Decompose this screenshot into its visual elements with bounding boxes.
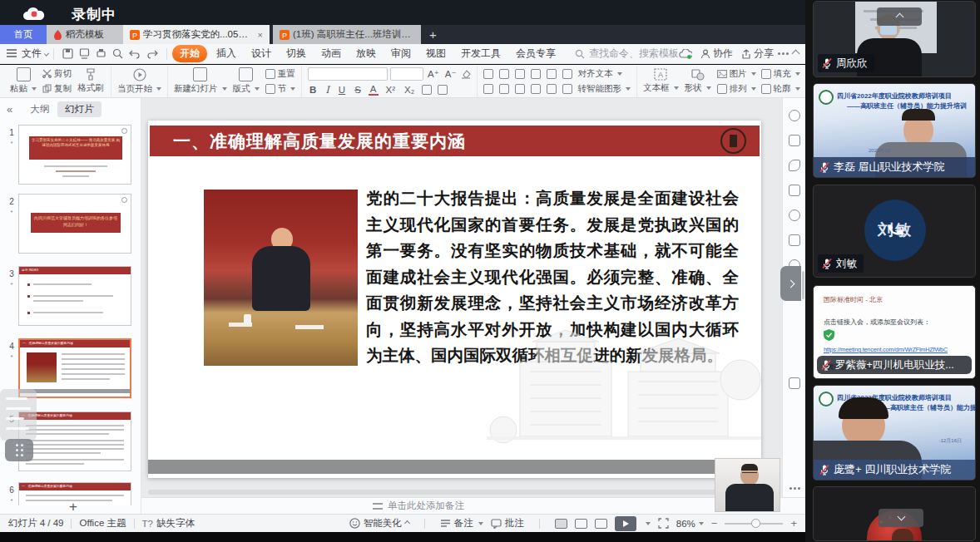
shapes-button[interactable]: 形状 (684, 68, 712, 94)
textbox-button[interactable]: A文本框 (643, 68, 679, 94)
align-text-button[interactable]: 对齐文本 (578, 68, 622, 80)
share-button[interactable]: 分享 (741, 47, 774, 61)
phonetic-icon[interactable] (422, 85, 432, 95)
tab-docer-templates[interactable]: 稻壳模板 (47, 25, 123, 44)
to-smartart-button[interactable]: 转智能图形 (578, 83, 631, 95)
redo-icon[interactable] (146, 49, 158, 59)
slide-thumbnail-2[interactable]: 向四川师范大学辅导员能力培训班的各位参培同志们问好！ (18, 194, 131, 254)
vertical-scrollbar[interactable] (802, 271, 804, 299)
paste-button[interactable]: 粘贴 (9, 67, 37, 95)
menu-tab-review[interactable]: 审阅 (384, 45, 418, 62)
layers-icon[interactable] (789, 185, 800, 196)
indent-icon[interactable] (531, 69, 541, 79)
slide-sorter-view-button[interactable] (575, 519, 587, 529)
font-name-select[interactable] (308, 67, 388, 81)
play-from-current-button[interactable]: 当页开始 (117, 68, 161, 95)
tab-outline[interactable]: 大纲 (30, 103, 49, 116)
file-dropdown-icon[interactable] (44, 51, 49, 56)
close-tab-icon[interactable]: × (258, 30, 263, 40)
scroll-down-videos-button[interactable] (879, 509, 923, 527)
menu-tab-view[interactable]: 视图 (418, 45, 453, 62)
tab-active-presentation[interactable]: P 学习贯彻落实党的...05四川师范大学 × (123, 25, 270, 44)
text-direction-icon[interactable] (547, 69, 557, 79)
align-left-icon[interactable] (483, 84, 493, 94)
video-tile[interactable]: 四川省2022年度职业院校教师培训项目 ——高职班主任（辅导员）能力提升培训 -… (813, 385, 976, 480)
menu-tab-slideshow[interactable]: 放映 (349, 45, 384, 62)
play-options-icon[interactable] (646, 522, 651, 525)
text-select-icon[interactable] (789, 377, 800, 389)
meeting-link[interactable]: https://meeting.tencent.com/dm/WrZFlmHZf… (824, 346, 948, 353)
new-tab-button[interactable]: + (421, 25, 445, 44)
menu-tab-member[interactable]: 会员专享 (508, 45, 563, 62)
subscript-button[interactable]: X₂ (403, 85, 416, 95)
line-spacing-icon[interactable] (562, 69, 572, 79)
menu-tab-insert[interactable]: 插入 (209, 45, 244, 62)
fit-window-icon[interactable] (658, 518, 669, 529)
panel-pull-tab[interactable] (780, 266, 801, 301)
arrange-button[interactable]: 排列 (717, 83, 756, 95)
columns-icon[interactable] (562, 84, 572, 94)
font-size-select[interactable] (390, 67, 423, 81)
outline-button[interactable]: 轮廓 (761, 83, 800, 95)
zoom-slider[interactable] (725, 523, 783, 525)
effects-icon[interactable] (789, 110, 800, 121)
notes-toggle-button[interactable]: 备注 (440, 517, 483, 530)
zoom-in-button[interactable]: + (790, 517, 797, 530)
superscript-button[interactable]: X² (384, 85, 398, 95)
hamburger-icon[interactable] (7, 48, 17, 60)
reset-button[interactable]: 重置 (265, 68, 296, 80)
slide-thumbnail-4-selected[interactable]: 一、准确理解高质量发展的重要内涵 (18, 338, 131, 398)
slide-thumbnail-1[interactable]: 学习贯彻落实党的二十大精神—— 推动高质量发展 构建国内国际双循环相互促进的新发… (18, 125, 131, 185)
smart-beautify-button[interactable]: 智能美化 (349, 517, 409, 530)
save-icon[interactable] (62, 48, 73, 59)
missing-font-label[interactable]: 缺失字体 (156, 517, 195, 530)
theme-name[interactable]: Office 主题 (79, 517, 126, 530)
video-tile[interactable]: 四川省2022年度职业院校教师培训项目 ——高职班主任（辅导员）能力提升培训 2… (813, 83, 976, 178)
font-color-button[interactable]: A (369, 84, 379, 96)
zoom-slider-knob[interactable] (751, 519, 760, 528)
add-slide-button[interactable]: + (65, 499, 82, 515)
cut-button[interactable]: 剪切 (42, 68, 72, 80)
normal-view-button[interactable] (555, 519, 567, 529)
underline-button[interactable]: U (337, 85, 347, 95)
notes-bar[interactable]: 单击此处添加备注 (141, 497, 805, 514)
fill-button[interactable]: 填充 (761, 68, 800, 80)
slide-thumbnail-3[interactable]: 目录 INDEX (18, 266, 131, 326)
menu-tab-developer[interactable]: 开发工具 (453, 45, 508, 62)
presenter-webcam-overlay[interactable] (715, 458, 780, 512)
picture-button[interactable]: 图片 (717, 68, 756, 80)
layout-button[interactable]: 版式 (232, 67, 260, 95)
cloud-sync-icon[interactable] (679, 49, 692, 59)
undo-icon[interactable] (129, 49, 141, 59)
section-button[interactable]: 节 (265, 83, 296, 95)
bold-button[interactable]: B (308, 85, 318, 95)
collaborate-button[interactable]: 协作 (700, 47, 733, 61)
decrease-font-button[interactable]: A⁻ (443, 68, 458, 80)
align-right-icon[interactable] (515, 84, 525, 94)
menu-tab-start[interactable]: 开始 (172, 45, 207, 62)
italic-button[interactable]: I (324, 84, 331, 96)
justify-icon[interactable] (531, 84, 541, 94)
more-icon[interactable] (782, 52, 784, 55)
distribute-icon[interactable] (547, 84, 557, 94)
zoom-out-button[interactable]: − (711, 517, 718, 530)
menu-tab-transition[interactable]: 切换 (279, 45, 314, 62)
align-center-icon[interactable] (499, 84, 509, 94)
current-slide[interactable]: 一、准确理解高质量发展的重要内涵 党的二十大报告提出：高质量发展是全面建设社会主… (148, 121, 761, 478)
tab-slides[interactable]: 幻灯片 (57, 101, 101, 117)
export-icon[interactable] (79, 48, 90, 59)
menu-tab-animation[interactable]: 动画 (314, 45, 349, 62)
collapse-ribbon-icon[interactable] (792, 50, 800, 58)
collapse-videos-button[interactable] (877, 7, 922, 26)
image-tools-icon[interactable] (789, 234, 800, 246)
magic-wand-icon[interactable] (789, 160, 800, 171)
collapse-panel-icon[interactable]: « (7, 103, 12, 116)
highlight-icon[interactable] (438, 85, 448, 95)
strikethrough-button[interactable]: S (353, 85, 363, 95)
tab-home[interactable]: 首页 (0, 25, 47, 44)
increase-font-button[interactable]: A⁺ (426, 68, 441, 80)
bullets-icon[interactable] (483, 69, 493, 79)
format-painter-button[interactable]: 格式刷 (77, 68, 105, 94)
clear-format-icon[interactable] (461, 69, 471, 79)
history-icon[interactable] (789, 209, 800, 221)
